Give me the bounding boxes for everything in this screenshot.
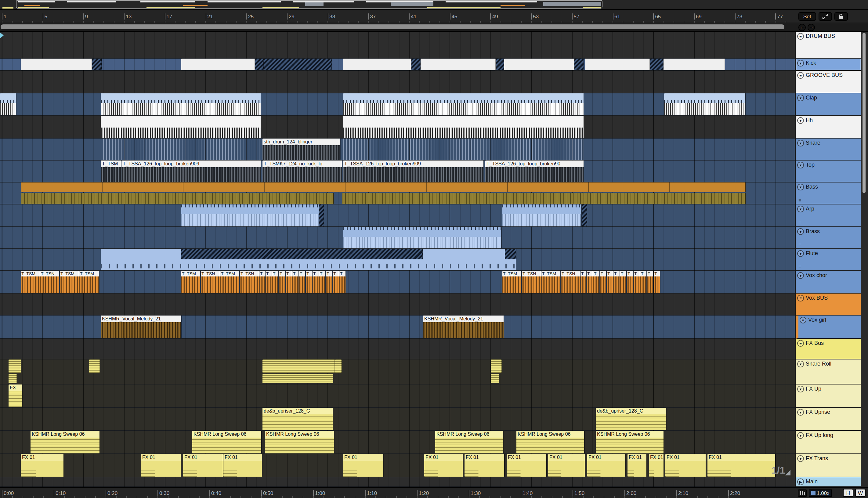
- fold-icon[interactable]: ▾: [797, 117, 804, 124]
- clip-bass[interactable]: [21, 183, 746, 192]
- h-button[interactable]: H: [843, 489, 853, 497]
- clip-vox-chor[interactable]: T: [627, 271, 634, 293]
- clip-top[interactable]: T_TSSA_126_top_loop_broken909: [343, 160, 484, 182]
- group-icon[interactable]: ≡: [797, 72, 804, 79]
- clip-vox-chor[interactable]: T_TSM: [220, 271, 240, 293]
- track-lane-fx-bus[interactable]: [0, 339, 795, 359]
- track-header-main[interactable]: ▶Main: [796, 477, 861, 487]
- automation-lane-icon[interactable]: ≡: [799, 243, 801, 248]
- clip-kick[interactable]: [496, 58, 504, 70]
- clip-vox-chor[interactable]: T_TSN: [522, 271, 541, 293]
- track-header-flute[interactable]: ▾Flute≡: [796, 249, 861, 271]
- clip-clap[interactable]: [343, 93, 584, 115]
- nav-left-button[interactable]: ←: [799, 24, 806, 31]
- clip-kick[interactable]: [650, 58, 663, 70]
- clip-vox-chor[interactable]: T: [620, 271, 627, 293]
- clip-vox-chor[interactable]: T: [326, 271, 333, 293]
- clip-vox-girl[interactable]: KSHMR_Vocal_Melody_21: [423, 315, 504, 338]
- track-header-clap[interactable]: ▾Clap: [796, 93, 861, 116]
- clip-vox-chor[interactable]: T: [654, 271, 660, 293]
- clip-vox-chor[interactable]: T: [593, 271, 600, 293]
- clip-vox-chor[interactable]: T: [333, 271, 339, 293]
- clip-arp[interactable]: [319, 205, 324, 226]
- clip-flute[interactable]: [505, 249, 516, 259]
- track-header-fx-trans[interactable]: ▾FX Trans: [796, 454, 861, 477]
- track-lane-main[interactable]: [0, 477, 795, 487]
- clip-vox-girl[interactable]: KSHMR_Vocal_Melody_21: [101, 315, 182, 338]
- clip-vox-chor[interactable]: T: [580, 271, 587, 293]
- clip-snare-roll[interactable]: [9, 359, 21, 372]
- clip-vox-chor[interactable]: T: [292, 271, 299, 293]
- clip-fx-up-long[interactable]: KSHMR Long Sweep 06: [265, 431, 334, 454]
- clip-top[interactable]: T_TSMK7_124_no_kick_lo: [262, 160, 342, 182]
- clip-snare-roll[interactable]: [89, 359, 100, 372]
- clip-kick[interactable]: [585, 58, 650, 70]
- clip-brass[interactable]: [343, 227, 502, 248]
- clip-vox-chor[interactable]: T_TSN: [40, 271, 60, 293]
- clip-kick[interactable]: [264, 58, 332, 70]
- track-lane-fx-up[interactable]: [0, 384, 795, 408]
- play-icon[interactable]: ▶: [797, 479, 804, 485]
- track-header-fx-bus[interactable]: ≡FX Bus: [796, 339, 861, 359]
- expand-icon-button[interactable]: [818, 12, 832, 21]
- track-header-hh[interactable]: ▾Hh: [796, 116, 861, 139]
- clip-vox-chor[interactable]: T: [634, 271, 640, 293]
- fold-icon[interactable]: ▾: [797, 455, 804, 462]
- clip-vox-chor[interactable]: T: [339, 271, 346, 293]
- clip-fx-trans[interactable]: FX 01: [507, 454, 547, 477]
- vertical-scrollbar-thumb[interactable]: [863, 33, 866, 193]
- group-icon[interactable]: ≡: [797, 340, 804, 346]
- midi-overview-icon-button[interactable]: [798, 489, 807, 497]
- clip-vox-chor[interactable]: T_TSM: [541, 271, 561, 293]
- clip-vox-chor[interactable]: T: [286, 271, 292, 293]
- clip-snare-roll[interactable]: [9, 374, 17, 383]
- clip-vox-chor[interactable]: T: [279, 271, 286, 293]
- arrangement-overview[interactable]: [0, 0, 868, 10]
- track-header-groove-bus[interactable]: ≡GROOVE BUS: [796, 71, 861, 93]
- clip-vox-chor[interactable]: T_TSN: [201, 271, 220, 293]
- fold-icon[interactable]: ▾: [797, 206, 804, 212]
- clip-vox-chor[interactable]: T: [587, 271, 593, 293]
- clip-kick[interactable]: [411, 58, 421, 70]
- playback-speed-field[interactable]: 1.00x: [809, 489, 832, 497]
- automation-lane-icon[interactable]: ≡: [799, 265, 801, 270]
- track-header-fx-up-long[interactable]: ▾FX Up long: [796, 431, 861, 454]
- track-header-drum-bus[interactable]: ≡DRUM BUS: [796, 32, 861, 58]
- clip-clap[interactable]: [664, 93, 746, 115]
- clip-fx-trans[interactable]: FX 01: [141, 454, 181, 477]
- clip-vox-chor[interactable]: T_TSN: [240, 271, 260, 293]
- clip-fx-uprise[interactable]: de&b_upriser_128_G: [262, 408, 333, 430]
- clip-vox-chor[interactable]: T: [313, 271, 319, 293]
- clip-fx-up-long[interactable]: KSHMR Long Sweep 06: [192, 431, 262, 454]
- fold-icon[interactable]: ▾: [797, 60, 804, 66]
- fold-icon[interactable]: ▾: [797, 386, 804, 392]
- track-header-bass[interactable]: ▾Bass≡: [796, 183, 861, 205]
- clip-kick[interactable]: [92, 58, 102, 70]
- clip-fx-up-long[interactable]: KSHMR Long Sweep 06: [596, 431, 664, 454]
- clip-kick[interactable]: [421, 58, 496, 70]
- clip-vox-chor[interactable]: T: [265, 271, 272, 293]
- clip-vox-chor[interactable]: T: [319, 271, 326, 293]
- clip-snare-roll[interactable]: [262, 359, 335, 372]
- clip-fx-up[interactable]: FX: [9, 384, 23, 407]
- clip-top[interactable]: T_TSM: [101, 160, 121, 182]
- clip-vox-chor[interactable]: T: [299, 271, 306, 293]
- clip-fx-trans[interactable]: FX 01: [587, 454, 626, 477]
- fold-icon[interactable]: ▾: [797, 140, 804, 146]
- track-lane-groove-bus[interactable]: [0, 71, 795, 93]
- track-header-fx-uprise[interactable]: ▾FX Uprise: [796, 408, 861, 431]
- track-lane-vox-chor[interactable]: [0, 271, 795, 293]
- track-header-snare-roll[interactable]: ▾Snare Roll: [796, 359, 861, 384]
- clip-bass[interactable]: [342, 193, 746, 204]
- track-header-arp[interactable]: ▾Arp≡: [796, 205, 861, 227]
- automation-lane-icon[interactable]: ≡: [799, 198, 801, 203]
- clip-top[interactable]: T_TSSA_126_top_loop_broken90: [485, 160, 584, 182]
- clip-fx-uprise[interactable]: de&b_upriser_128_G: [596, 408, 667, 430]
- clip-snare-roll[interactable]: [335, 359, 342, 372]
- clip-flute[interactable]: [181, 249, 423, 259]
- overview-viewport[interactable]: [16, 0, 603, 9]
- fold-icon[interactable]: ▾: [800, 317, 806, 324]
- automation-lane-icon[interactable]: ≡: [799, 221, 801, 226]
- nav-right-button[interactable]: →: [807, 24, 815, 31]
- clip-vox-chor[interactable]: T_TSM: [79, 271, 100, 293]
